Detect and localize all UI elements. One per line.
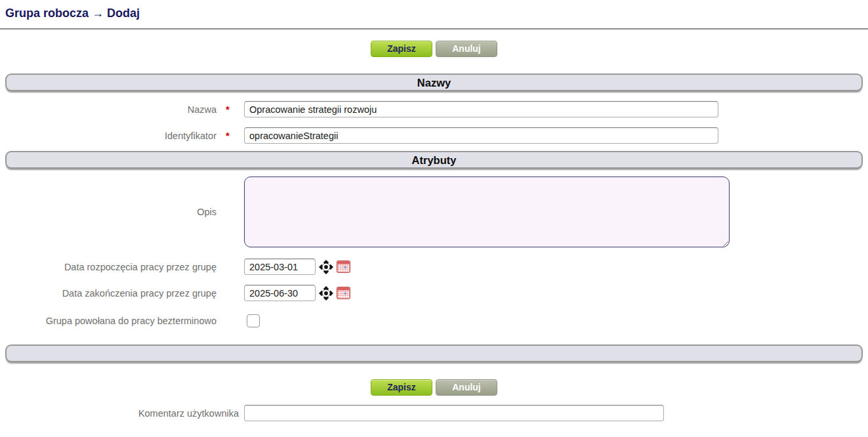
cancel-button[interactable]: Anuluj (436, 41, 497, 57)
name-field-row: Nazwa * (0, 101, 868, 117)
name-input[interactable] (244, 101, 718, 117)
title-divider (0, 28, 868, 30)
name-field-label: Nazwa (0, 104, 217, 115)
start-date-calendar-icon[interactable] (337, 260, 350, 273)
save-button-bottom[interactable]: Zapisz (371, 379, 432, 396)
start-date-row: Data rozpoczęcia pracy przez grupę (0, 259, 868, 275)
indefinite-label: Grupa powołana do pracy bezterminowo (0, 316, 217, 326)
end-date-label: Data zakończenia pracy przez grupę (0, 288, 217, 299)
page-title: Grupa robocza → Dodaj (5, 7, 868, 20)
end-date-calendar-icon[interactable] (337, 287, 350, 299)
section-bar-empty (5, 344, 863, 362)
start-date-input[interactable] (244, 259, 316, 275)
end-date-input[interactable] (244, 285, 316, 301)
section-header-names: Nazwy (5, 73, 863, 91)
user-comment-input[interactable] (244, 405, 664, 421)
identifier-field-row: Identyfikator * (0, 127, 868, 144)
description-textarea[interactable] (244, 177, 730, 247)
description-field-row: Opis (0, 177, 868, 247)
required-asterisk: * (217, 104, 244, 115)
end-date-row: Data zakończenia pracy przez grupę (0, 285, 868, 301)
user-comment-row: Komentarz użytkownika (0, 405, 868, 421)
indefinite-row: Grupa powołana do pracy bezterminowo (0, 314, 868, 327)
save-button[interactable]: Zapisz (371, 41, 432, 57)
indefinite-checkbox[interactable] (247, 314, 260, 327)
description-field-label: Opis (0, 207, 217, 217)
cancel-button-bottom[interactable]: Anuluj (436, 379, 497, 396)
identifier-input[interactable] (244, 127, 718, 144)
section-header-attributes: Atrybuty (5, 151, 863, 169)
identifier-field-label: Identyfikator (0, 131, 217, 141)
user-comment-label: Komentarz użytkownika (0, 408, 239, 419)
top-toolbar: Zapisz Anuluj (0, 41, 868, 57)
bottom-toolbar: Zapisz Anuluj (0, 379, 868, 396)
start-date-label: Data rozpoczęcia pracy przez grupę (0, 262, 217, 272)
start-date-spinner-icon[interactable] (319, 260, 333, 274)
end-date-spinner-icon[interactable] (319, 286, 333, 301)
required-asterisk: * (217, 130, 244, 141)
